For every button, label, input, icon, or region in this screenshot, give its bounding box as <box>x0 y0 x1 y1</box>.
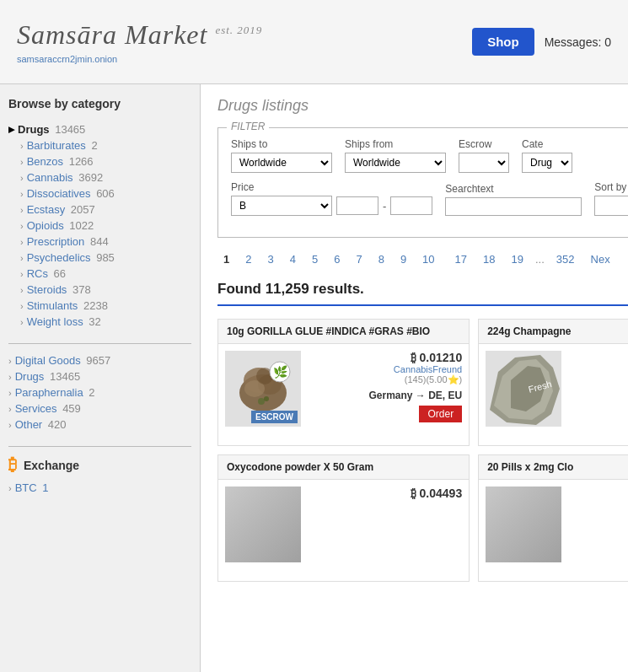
page-ellipsis: ... <box>534 250 546 268</box>
sidebar-item-dissociatives[interactable]: › Dissociatives 606 <box>8 185 191 202</box>
sidebar-item-steroids[interactable]: › Steroids 378 <box>8 282 191 298</box>
sidebar-item-drugs2[interactable]: › Drugs 13465 <box>8 368 191 384</box>
escrow-select[interactable]: Yes No <box>459 153 509 173</box>
card-body-1: 🌿 ESCROW ₿ 0.01210 CannabisFreund (145)(… <box>218 344 469 445</box>
sidebar-item-label: Psychedelics <box>27 251 91 264</box>
sidebar-item-drugs[interactable]: ▸ Drugs 13465 <box>8 121 191 137</box>
listing-card-3: Oxycodone powder X 50 Gram ₿ 0.04493 <box>217 454 470 582</box>
arrow-icon: › <box>20 189 24 199</box>
bitcoin-icon: ₿ <box>8 455 17 475</box>
price-from-input[interactable] <box>336 196 378 215</box>
sidebar-item-count: 985 <box>94 251 115 264</box>
sidebar-item-opioids[interactable]: › Opioids 1022 <box>8 218 191 234</box>
sidebar-item-prescription[interactable]: › Prescription 844 <box>8 234 191 250</box>
card-info-2 <box>570 351 628 438</box>
page-link-17[interactable]: 17 <box>449 250 473 268</box>
price-range: B - <box>231 196 432 216</box>
sidebar-item-rcs[interactable]: › RCs 66 <box>8 266 191 282</box>
listing-card-1: 10g GORILLA GLUE #INDICA #GRAS #BIO <box>217 319 470 446</box>
sidebar-item-services[interactable]: › Services 459 <box>8 401 191 417</box>
sidebar-item-count: 13465 <box>46 370 80 383</box>
sidebar-item-label: Barbiturates <box>27 139 86 152</box>
arrow-icon: › <box>20 173 24 183</box>
price-dash: - <box>383 200 386 212</box>
page-link-1[interactable]: 1 <box>217 250 235 268</box>
page-link-3[interactable]: 3 <box>261 250 279 268</box>
page-link-2[interactable]: 2 <box>239 250 257 268</box>
escrow-label: Escrow <box>459 138 509 150</box>
ships-to-select[interactable]: Worldwide United States Europe Germany <box>231 153 332 173</box>
sidebar-item-label: Ecstasy <box>27 203 66 216</box>
sidebar-item-label: Benzos <box>27 155 63 168</box>
sidebar-item-benzos[interactable]: › Benzos 1266 <box>8 153 191 169</box>
arrow-icon: › <box>20 285 24 295</box>
shop-button[interactable]: Shop <box>472 28 534 56</box>
card-image-2: Fresh <box>486 351 561 427</box>
page-link-4[interactable]: 4 <box>284 250 302 268</box>
sortby-select[interactable]: Price Rating <box>594 196 628 216</box>
sortby-label: Sort by <box>594 181 628 193</box>
page-link-9[interactable]: 9 <box>395 250 412 268</box>
listing-grid: 10g GORILLA GLUE #INDICA #GRAS #BIO <box>217 319 628 582</box>
card-image-4 <box>486 487 561 562</box>
sidebar-item-cannabis[interactable]: › Cannabis 3692 <box>8 169 191 185</box>
top-bar: Samsāra Market est. 2019 samsaraccrn2jmi… <box>0 0 628 84</box>
page-link-18[interactable]: 18 <box>477 250 501 268</box>
filter-row-1: Ships to Worldwide United States Europe … <box>231 138 628 173</box>
arrow-icon: › <box>20 221 24 231</box>
sidebar-item-other[interactable]: › Other 420 <box>8 417 191 433</box>
arrow-icon: › <box>8 372 12 382</box>
logo-url[interactable]: samsaraccrn2jmin.onion <box>17 54 262 64</box>
page-link-7[interactable]: 7 <box>350 250 368 268</box>
sidebar-item-count: 13465 <box>52 123 86 136</box>
category-label: Cate <box>522 138 572 150</box>
sidebar-item-count: 2 <box>86 386 95 399</box>
category-select[interactable]: Drug All <box>522 153 572 173</box>
page-link-6[interactable]: 6 <box>328 250 346 268</box>
card-image-1: 🌿 ESCROW <box>225 351 301 427</box>
logo-text: Samsāra Market est. 2019 <box>17 19 262 51</box>
sidebar-item-weightloss[interactable]: › Weight loss 32 <box>8 314 191 330</box>
escrow-group: Escrow Yes No <box>459 138 509 173</box>
logo-subtitle: est. 2019 <box>215 24 262 36</box>
listing-title-3: Oxycodone powder X 50 Gram <box>218 455 469 480</box>
ships-from-select[interactable]: Worldwide United States Europe Germany <box>345 153 446 173</box>
card-placeholder-3 <box>225 487 301 562</box>
ships-from-group: Ships from Worldwide United States Europ… <box>345 138 446 173</box>
sidebar-item-label: Prescription <box>27 235 85 248</box>
arrow-icon: › <box>8 483 12 493</box>
card-seller-1[interactable]: CannabisFreund <box>309 364 462 374</box>
sidebar-item-digital-goods[interactable]: › Digital Goods 9657 <box>8 352 191 368</box>
top-right: Shop Messages: 0 <box>472 28 611 56</box>
price-currency-select[interactable]: B <box>231 196 332 216</box>
page-link-10[interactable]: 10 <box>416 250 440 268</box>
price-to-input[interactable] <box>390 196 432 215</box>
arrow-icon: › <box>20 157 24 167</box>
page-link-19[interactable]: 19 <box>506 250 529 268</box>
filter-legend: FILTER <box>227 121 269 132</box>
listing-title-2: 224g Champagne <box>479 320 628 344</box>
sidebar-item-paraphernalia[interactable]: › Paraphernalia 2 <box>8 384 191 401</box>
sidebar-item-label: Weight loss <box>27 315 83 328</box>
page-next-link[interactable]: Nex <box>585 250 616 268</box>
sidebar-item-count: 378 <box>69 283 90 296</box>
order-button-1[interactable]: Order <box>419 406 462 422</box>
sidebar-item-stimulants[interactable]: › Stimulants 2238 <box>8 298 191 314</box>
sidebar-item-ecstasy[interactable]: › Ecstasy 2057 <box>8 202 191 218</box>
arrow-icon: › <box>20 301 24 311</box>
page-link-352[interactable]: 352 <box>550 250 581 268</box>
page-link-8[interactable]: 8 <box>373 250 390 268</box>
sidebar-item-count: 9657 <box>83 354 111 367</box>
page-link-5[interactable]: 5 <box>306 250 324 268</box>
messages-link[interactable]: Messages: 0 <box>545 35 611 49</box>
sidebar-item-label: Opioids <box>27 219 64 232</box>
searchtext-input[interactable] <box>445 197 582 216</box>
sidebar-item-psychedelics[interactable]: › Psychedelics 985 <box>8 250 191 266</box>
sidebar-divider-2 <box>8 446 191 447</box>
sidebar-item-barbiturates[interactable]: › Barbiturates 2 <box>8 137 191 153</box>
arrow-icon: › <box>8 388 12 398</box>
arrow-icon: › <box>20 237 24 247</box>
arrow-icon: › <box>20 253 24 263</box>
card-price-1: ₿ 0.01210 <box>309 351 462 364</box>
sidebar-item-btc[interactable]: › BTC 1 <box>8 480 191 496</box>
